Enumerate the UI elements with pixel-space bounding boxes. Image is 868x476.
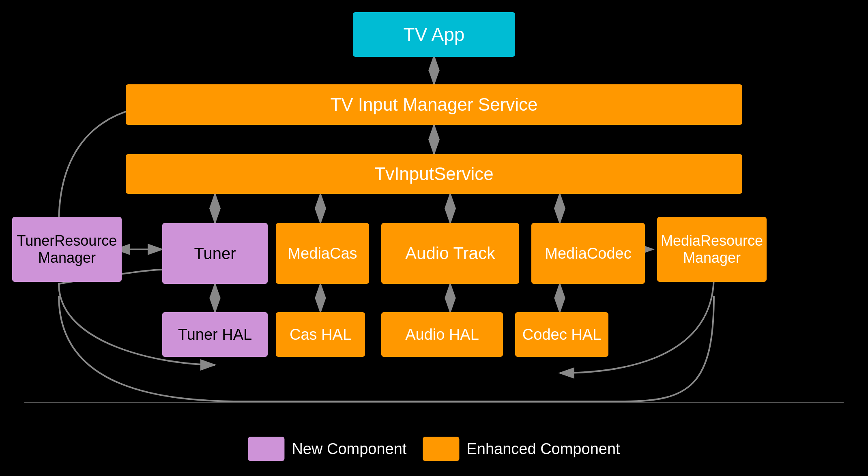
- enhanced-component-legend-label: Enhanced Component: [466, 440, 620, 458]
- media-codec-node: MediaCodec: [531, 223, 645, 284]
- tv-input-manager-node: TV Input Manager Service: [126, 84, 742, 125]
- audio-hal-node: Audio HAL: [381, 312, 503, 357]
- legend-container: New Component Enhanced Component: [248, 437, 620, 461]
- audio-track-node: Audio Track: [381, 223, 519, 284]
- new-component-legend-box: [248, 437, 284, 461]
- tuner-hal-node: Tuner HAL: [162, 312, 268, 357]
- enhanced-component-legend: Enhanced Component: [423, 437, 620, 461]
- new-component-legend: New Component: [248, 437, 406, 461]
- cas-hal-node: Cas HAL: [276, 312, 365, 357]
- enhanced-component-legend-box: [423, 437, 459, 461]
- tuner-node: Tuner: [162, 223, 268, 284]
- diagram-container: TV App TV Input Manager Service TvInputS…: [0, 0, 868, 476]
- tv-input-service-node: TvInputService: [126, 154, 742, 194]
- legend-divider: [24, 402, 844, 403]
- codec-hal-node: Codec HAL: [515, 312, 608, 357]
- media-cas-node: MediaCas: [276, 223, 369, 284]
- new-component-legend-label: New Component: [292, 440, 406, 458]
- tuner-resource-manager-node: TunerResource Manager: [12, 217, 122, 282]
- media-resource-manager-node: MediaResource Manager: [657, 217, 767, 282]
- tv-app-node: TV App: [353, 12, 515, 57]
